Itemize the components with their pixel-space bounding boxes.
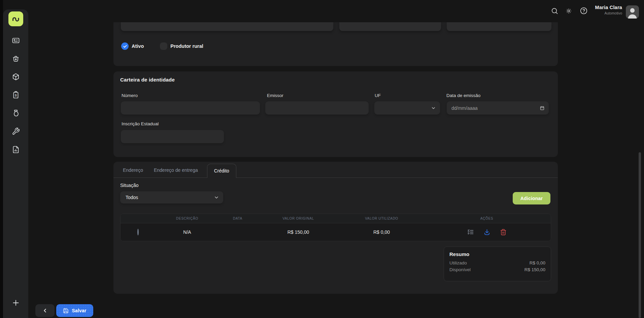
salvar-button[interactable]: Salvar <box>56 304 93 317</box>
identity-card-title: Carteira de identidade <box>120 77 175 83</box>
resumo-panel: Resumo Utilizado R$ 0,00 Disponível R$ 1… <box>444 247 551 281</box>
sales-basket-icon[interactable] <box>12 55 20 63</box>
numero-label: Número <box>122 93 138 98</box>
chevron-down-icon <box>431 105 436 110</box>
disponivel-value: R$ 150,00 <box>524 266 545 273</box>
person-icon <box>626 5 639 19</box>
chevron-down-icon <box>214 195 219 200</box>
movements-checklist-icon[interactable] <box>467 229 474 235</box>
cutoff-input-2[interactable] <box>339 22 441 31</box>
search-icon[interactable] <box>551 7 558 15</box>
credit-table-header: DESCRIÇÃO DATA VALOR ORIGINAL VALOR UTIL… <box>121 214 551 223</box>
svg-text:$: $ <box>15 93 17 97</box>
date-placeholder: dd/mm/aaaa <box>451 105 478 111</box>
tab-endereco[interactable]: Endereço <box>121 167 145 178</box>
identity-card-section: Carteira de identidade Número Emissor UF… <box>113 71 558 157</box>
app-logo[interactable] <box>8 11 23 26</box>
user-menu[interactable]: Maria Clara Automotivo <box>595 5 622 15</box>
reports-file-icon[interactable] <box>12 146 20 154</box>
emissor-label: Emissor <box>267 93 283 98</box>
tools-wrench-icon[interactable] <box>12 127 20 135</box>
col-acoes: AÇÕES <box>423 217 551 220</box>
products-box-icon[interactable] <box>12 73 20 81</box>
user-name: Maria Clara <box>595 5 622 10</box>
download-icon[interactable] <box>483 229 490 236</box>
cutoff-input-3[interactable] <box>447 22 551 31</box>
uf-select[interactable] <box>374 101 440 115</box>
col-descricao: DESCRIÇÃO <box>155 217 219 220</box>
window-edge <box>0 0 3 318</box>
emissor-input[interactable] <box>265 101 369 115</box>
disponivel-label: Disponível <box>449 266 471 273</box>
produtor-rural-label: Produtor rural <box>170 43 203 49</box>
logo-squiggle-icon <box>11 14 21 24</box>
salvar-label: Salvar <box>72 308 86 313</box>
credit-table-row: N/A R$ 150,00 R$ 0,00 <box>121 223 551 241</box>
tab-credito[interactable]: Crédito <box>207 164 236 178</box>
tab-endereco-entrega[interactable]: Endereço de entrega <box>152 167 200 178</box>
col-valor-utilizado: VALOR UTILIZADO <box>340 217 423 220</box>
sidebar: $ <box>3 9 28 318</box>
adicionar-button[interactable]: Adicionar <box>513 192 550 204</box>
produtor-rural-checkbox[interactable] <box>160 42 167 50</box>
billing-clipboard-icon[interactable]: $ <box>12 91 20 99</box>
cell-valor-original: R$ 150,00 <box>256 229 340 235</box>
add-plus-icon <box>11 298 20 307</box>
back-button[interactable] <box>35 304 55 317</box>
chevron-left-icon <box>42 308 48 314</box>
inscricao-label: Inscrição Estadual <box>122 121 159 126</box>
utilizado-value: R$ 0,00 <box>530 260 545 266</box>
cell-descricao: N/A <box>155 229 219 235</box>
user-role: Automotivo <box>595 11 622 15</box>
resumo-title: Resumo <box>449 251 545 257</box>
avatar[interactable] <box>626 5 639 19</box>
finance-bag-icon[interactable] <box>12 109 20 117</box>
inscricao-input[interactable] <box>121 130 224 143</box>
tabbar: Endereço Endereço de entrega Crédito <box>113 162 558 178</box>
vertical-scrollbar[interactable] <box>639 152 641 318</box>
uf-label: UF <box>375 93 381 98</box>
cell-valor-utilizado: R$ 0,00 <box>340 229 423 235</box>
trash-icon[interactable] <box>500 229 507 235</box>
cutoff-input-1[interactable] <box>121 22 333 31</box>
registration-card-icon[interactable] <box>12 36 20 44</box>
col-valor-original: VALOR ORIGINAL <box>256 217 340 220</box>
general-data-card: Ativo Produtor rural <box>113 22 558 66</box>
numero-input[interactable] <box>121 101 260 115</box>
ativo-checkbox[interactable] <box>121 42 129 50</box>
data-emissao-input[interactable]: dd/mm/aaaa <box>447 101 549 115</box>
situacao-select[interactable]: Todos <box>120 191 223 203</box>
check-icon <box>123 44 127 49</box>
save-floppy-icon <box>63 308 69 314</box>
row-radio[interactable] <box>137 229 139 235</box>
col-data: DATA <box>219 217 256 220</box>
address-credit-section: Endereço Endereço de entrega Crédito Sit… <box>113 162 558 294</box>
situacao-label: Situação <box>120 183 138 188</box>
utilizado-label: Utilizado <box>449 260 467 266</box>
help-icon[interactable] <box>580 7 588 15</box>
theme-sun-icon[interactable] <box>565 7 572 14</box>
calendar-icon[interactable] <box>540 105 545 110</box>
sidebar-add-button[interactable] <box>3 298 28 307</box>
ativo-label: Ativo <box>132 43 144 49</box>
credit-table: DESCRIÇÃO DATA VALOR ORIGINAL VALOR UTIL… <box>120 214 551 241</box>
data-emissao-label: Data de emissão <box>446 93 480 98</box>
